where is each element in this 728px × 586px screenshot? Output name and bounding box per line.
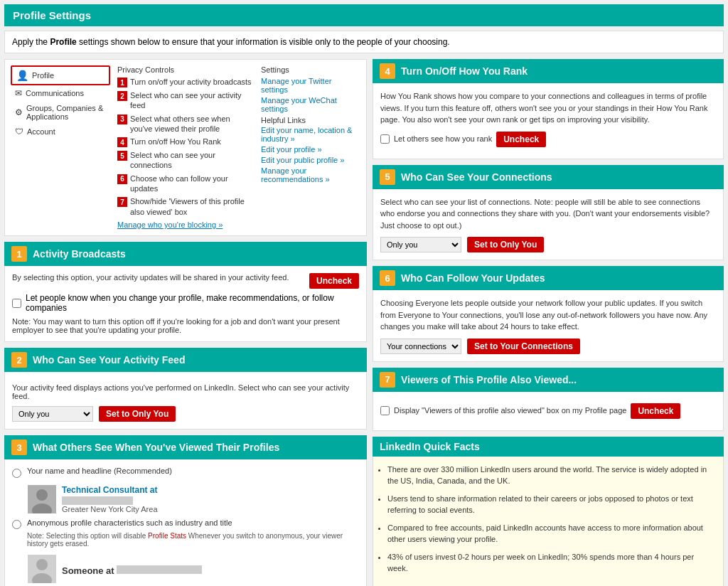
section-3-header: 3 What Others See When You've Viewed The… xyxy=(4,435,367,459)
twitter-settings-link[interactable]: Manage your Twitter settings xyxy=(261,77,360,94)
sidebar-item-profile[interactable]: 👤 Profile xyxy=(11,65,110,85)
groups-nav-label: Groups, Companies & Applications xyxy=(26,104,106,121)
edit-profile-link[interactable]: Edit your profile » xyxy=(261,145,360,154)
profile-info: Technical Consultant at Greater New York… xyxy=(62,485,158,513)
profile-icon: 👤 xyxy=(16,70,28,81)
profile-stats-link-1[interactable]: Profile Stats xyxy=(148,532,186,540)
section-7-header: 7 Viewers of This Profile Also Viewed... xyxy=(373,368,724,392)
section-4-wrapper: 4 Turn On/Off How You Rank How You Rank … xyxy=(373,59,724,159)
follow-updates-desc: Choosing Everyone lets people outside yo… xyxy=(380,297,716,333)
settings-col-title: Settings xyxy=(261,65,360,74)
quick-facts-body: There are over 330 million LinkedIn user… xyxy=(373,457,724,587)
profile-name: Technical Consultant at xyxy=(62,485,157,495)
helpful-links-label: Helpful Links xyxy=(261,116,360,124)
section-4-body: How You Rank shows how you compare to yo… xyxy=(373,83,724,159)
activity-note: Note: You may want to turn this option o… xyxy=(12,317,359,334)
section-5-title: Who Can See Your Connections xyxy=(401,171,552,183)
nav-numbered-2: 2 Select who can see your activity feed xyxy=(117,90,254,111)
anon-silhouette xyxy=(28,555,56,583)
groups-icon: ⚙ xyxy=(15,107,23,117)
section-7-body: Display "Viewers of this profile also vi… xyxy=(373,392,724,431)
quick-fact-1: There are over 330 million LinkedIn user… xyxy=(387,464,716,487)
manage-recommendations-link[interactable]: Manage your recommendations » xyxy=(261,166,360,183)
section-1-header: 1 Activity Broadcasts xyxy=(4,242,367,266)
svg-point-4 xyxy=(36,559,48,570)
anon-icon xyxy=(28,555,56,583)
quick-facts-header: LinkedIn Quick Facts xyxy=(373,437,724,457)
section-1-title: Activity Broadcasts xyxy=(33,248,126,260)
manage-blocking-link[interactable]: Manage who you're blocking » xyxy=(117,220,254,230)
how-you-rank-desc: How You Rank shows how you compare to yo… xyxy=(380,90,716,126)
sidebar-item-groups[interactable]: ⚙ Groups, Companies & Applications xyxy=(11,101,110,124)
section-3-body: Your name and headline (Recommended) Tec… xyxy=(4,459,367,586)
wechat-settings-link[interactable]: Manage your WeChat settings xyxy=(261,96,360,113)
how-you-rank-button[interactable]: Uncheck xyxy=(496,132,546,147)
section-3-title: What Others See When You've Viewed Their… xyxy=(33,442,279,453)
activity-desc: By selecting this option, your activity … xyxy=(12,273,302,282)
activity-feed-button[interactable]: Set to Only You xyxy=(99,406,176,422)
intro-text: Apply the Profile settings shown below t… xyxy=(4,31,724,53)
section-3-wrapper: 3 What Others See When You've Viewed The… xyxy=(4,435,367,586)
activity-checkbox-label: Let people know when you change your pro… xyxy=(26,293,359,313)
follow-updates-button[interactable]: Set to Your Connections xyxy=(467,339,580,354)
sidebar-item-account[interactable]: 🛡 Account xyxy=(11,124,110,139)
viewers-checkbox-label: Display "Viewers of this profile also vi… xyxy=(394,405,626,417)
radio-item-1: Your name and headline (Recommended) xyxy=(12,467,359,478)
sidebar-item-communications[interactable]: ✉ Communications xyxy=(11,85,110,101)
section-2-wrapper: 2 Who Can See Your Activity Feed Your ac… xyxy=(4,348,367,430)
connections-button[interactable]: Set to Only You xyxy=(467,237,544,252)
connections-dropdown[interactable]: Only you Your connections Everyone xyxy=(380,237,461,252)
account-icon: 🛡 xyxy=(15,127,23,137)
section-4-header: 4 Turn On/Off How You Rank xyxy=(373,59,724,83)
how-you-rank-checkbox[interactable] xyxy=(380,134,390,144)
anonymous-card: Someone at xyxy=(28,555,359,583)
section-2-title: Who Can See Your Activity Feed xyxy=(33,354,185,366)
quick-fact-3: Compared to free accounts, paid LinkedIn… xyxy=(387,522,716,545)
nav-numbered-7: 7 Show/hide 'Viewers of this profile als… xyxy=(117,196,254,217)
how-you-rank-checkbox-label: Let others see how you rank xyxy=(394,133,492,145)
nav-numbered-4: 4 Turn on/off How You Rank xyxy=(117,137,254,147)
edit-name-link[interactable]: Edit your name, location & industry » xyxy=(261,126,360,143)
quick-fact-2: Users tend to share information related … xyxy=(387,493,716,516)
section-6-body: Choosing Everyone lets people outside yo… xyxy=(373,290,724,362)
activity-uncheck-button[interactable]: Uncheck xyxy=(309,273,359,289)
anon-name-area: Someone at xyxy=(62,563,202,576)
profile-nav-label: Profile xyxy=(32,71,54,80)
anon-name: Someone at xyxy=(62,565,114,576)
activity-checkbox[interactable] xyxy=(12,299,21,308)
radio-anonymous-chars[interactable] xyxy=(12,520,21,529)
section-1-wrapper: 1 Activity Broadcasts By selecting this … xyxy=(4,242,367,342)
section-6-header: 6 Who Can Follow Your Updates xyxy=(373,266,724,290)
radio-item-2: Anonymous profile characteristics such a… xyxy=(12,518,359,548)
viewers-checkbox-row: Display "Viewers of this profile also vi… xyxy=(380,403,716,419)
quick-fact-4: 43% of users invest 0-2 hours per week o… xyxy=(387,551,716,575)
page-header: Profile Settings xyxy=(4,4,724,26)
section-1-body: By selecting this option, your activity … xyxy=(4,266,367,342)
profile-name-blur xyxy=(62,496,133,505)
section-6-wrapper: 6 Who Can Follow Your Updates Choosing E… xyxy=(373,266,724,362)
profile-location: Greater New York City Area xyxy=(62,505,158,513)
privacy-controls-label: Privacy Controls xyxy=(117,65,254,74)
section-6-title: Who Can Follow Your Updates xyxy=(401,272,545,284)
radio2-label: Anonymous profile characteristics such a… xyxy=(27,518,232,527)
follow-updates-dropdown[interactable]: Everyone Your connections xyxy=(380,339,461,354)
viewers-checkbox[interactable] xyxy=(380,406,390,415)
svg-point-1 xyxy=(36,489,48,501)
comm-icon: ✉ xyxy=(15,88,22,98)
profile-silhouette xyxy=(28,485,56,513)
nav-numbered-6: 6 Choose who can follow your updates xyxy=(117,174,254,194)
section-7-title: Viewers of This Profile Also Viewed... xyxy=(401,374,577,385)
radio-name-headline[interactable] xyxy=(12,469,21,478)
activity-feed-dropdown[interactable]: Only you Your connections Everyone xyxy=(12,406,93,422)
viewers-uncheck-button[interactable]: Uncheck xyxy=(631,403,680,419)
how-you-rank-row: Let others see how you rank Uncheck xyxy=(380,132,716,147)
section-2-body: Your activity feed displays actions you'… xyxy=(4,372,367,430)
section-5-header: 5 Who Can See Your Connections xyxy=(373,165,724,189)
nav-numbered-1: 1 Turn on/off your activity broadcasts xyxy=(117,77,254,87)
edit-public-profile-link[interactable]: Edit your public profile » xyxy=(261,156,360,164)
quick-facts-section: LinkedIn Quick Facts There are over 330 … xyxy=(373,437,724,587)
page-title: Profile Settings xyxy=(13,9,91,21)
nav-numbered-3: 3 Select what others see when you've vie… xyxy=(117,114,254,134)
section-5-body: Select who can see your list of connecti… xyxy=(373,189,724,261)
section-7-wrapper: 7 Viewers of This Profile Also Viewed...… xyxy=(373,368,724,431)
